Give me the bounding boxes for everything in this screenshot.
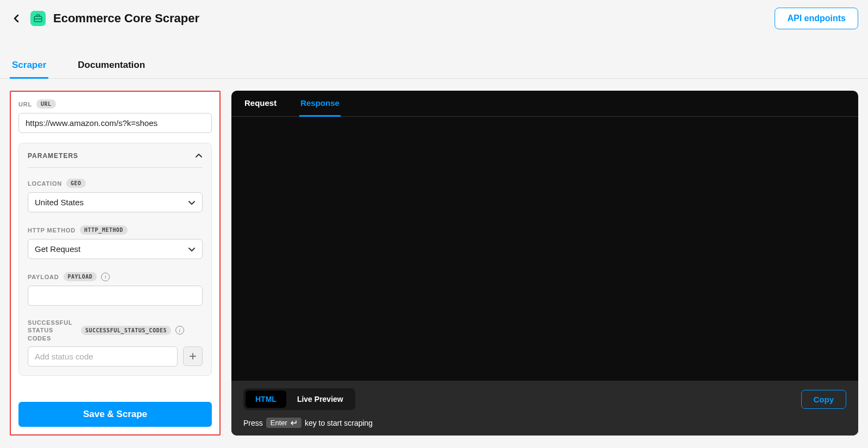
http-method-value: Get Request: [35, 244, 80, 254]
config-panel: URL URL PARAMETERS LOCATION GEO United S…: [10, 91, 221, 436]
location-badge: GEO: [66, 179, 86, 188]
status-codes-badge: SUCCESSFUL_STATUS_CODES: [81, 326, 171, 335]
footer-top: HTML Live Preview Copy: [243, 388, 846, 410]
app-icon: [30, 11, 46, 26]
payload-input[interactable]: [28, 286, 203, 306]
payload-badge: PAYLOAD: [64, 272, 97, 281]
http-method-label: HTTP METHOD: [28, 227, 76, 234]
info-icon[interactable]: i: [101, 273, 110, 281]
http-method-badge: HTTP_METHOD: [80, 225, 128, 235]
url-section: URL URL: [18, 99, 212, 133]
parameters-title: PARAMETERS: [28, 152, 78, 160]
status-codes-label: SUCCESSFUL STATUS CODES: [28, 319, 77, 342]
hint-press: Press: [243, 419, 263, 427]
location-select[interactable]: United States: [28, 192, 203, 212]
tab-scraper[interactable]: Scraper: [10, 53, 48, 79]
location-field: LOCATION GEO United States: [28, 179, 203, 212]
http-method-label-row: HTTP METHOD HTTP_METHOD: [28, 225, 203, 235]
add-status-code-button[interactable]: [183, 346, 203, 366]
main-content: URL URL PARAMETERS LOCATION GEO United S…: [0, 79, 868, 436]
plus-icon: [189, 352, 197, 360]
parameters-card: PARAMETERS LOCATION GEO United States H: [18, 143, 212, 376]
api-endpoints-button[interactable]: API endpoints: [775, 8, 858, 29]
hint-rest: key to start scraping: [305, 419, 373, 427]
chevron-left-icon: [12, 14, 20, 23]
main-tabs: Scraper Documentation: [0, 53, 868, 79]
result-panel: Request Response HTML Live Preview Copy …: [231, 91, 858, 436]
status-codes-field: SUCCESSFUL STATUS CODES SUCCESSFUL_STATU…: [28, 319, 203, 367]
payload-label: PAYLOAD: [28, 274, 59, 280]
parameters-header[interactable]: PARAMETERS: [28, 152, 203, 168]
return-icon: [290, 420, 297, 426]
chevron-down-icon: [188, 245, 196, 253]
tab-documentation[interactable]: Documentation: [76, 53, 147, 79]
tab-response[interactable]: Response: [299, 91, 341, 117]
view-toggle: HTML Live Preview: [243, 388, 355, 410]
url-label-row: URL URL: [18, 99, 212, 109]
header-left: Ecommerce Core Scraper: [10, 11, 199, 26]
http-method-select[interactable]: Get Request: [28, 239, 203, 259]
location-label-row: LOCATION GEO: [28, 179, 203, 188]
footer-hint: Press Enter key to start scraping: [243, 418, 846, 428]
hint-enter-label: Enter: [271, 419, 287, 427]
payload-field: PAYLOAD PAYLOAD i: [28, 272, 203, 306]
enter-key: Enter: [266, 418, 301, 428]
back-button[interactable]: [10, 12, 23, 25]
payload-label-row: PAYLOAD PAYLOAD i: [28, 272, 203, 281]
view-html-button[interactable]: HTML: [246, 390, 286, 408]
result-tabs: Request Response: [231, 91, 858, 117]
tab-request[interactable]: Request: [243, 91, 278, 117]
status-codes-row: [28, 346, 203, 367]
chevron-down-icon: [188, 199, 196, 206]
url-badge: URL: [36, 99, 56, 109]
page-header: Ecommerce Core Scraper API endpoints: [0, 0, 868, 37]
page-title: Ecommerce Core Scraper: [53, 11, 199, 26]
status-codes-label-row: SUCCESSFUL STATUS CODES SUCCESSFUL_STATU…: [28, 319, 203, 342]
http-method-field: HTTP METHOD HTTP_METHOD Get Request: [28, 225, 203, 259]
save-scrape-button[interactable]: Save & Scrape: [18, 402, 212, 427]
briefcase-icon: [33, 14, 43, 23]
view-live-preview-button[interactable]: Live Preview: [287, 390, 353, 408]
chevron-up-icon: [195, 152, 203, 160]
status-code-input[interactable]: [28, 346, 178, 367]
copy-button[interactable]: Copy: [801, 390, 847, 409]
url-label: URL: [18, 101, 32, 108]
info-icon[interactable]: i: [175, 326, 184, 335]
location-value: United States: [35, 198, 84, 207]
result-footer: HTML Live Preview Copy Press Enter key t…: [231, 381, 858, 436]
url-input[interactable]: [18, 113, 212, 133]
location-label: LOCATION: [28, 180, 62, 187]
result-body: [231, 117, 858, 381]
